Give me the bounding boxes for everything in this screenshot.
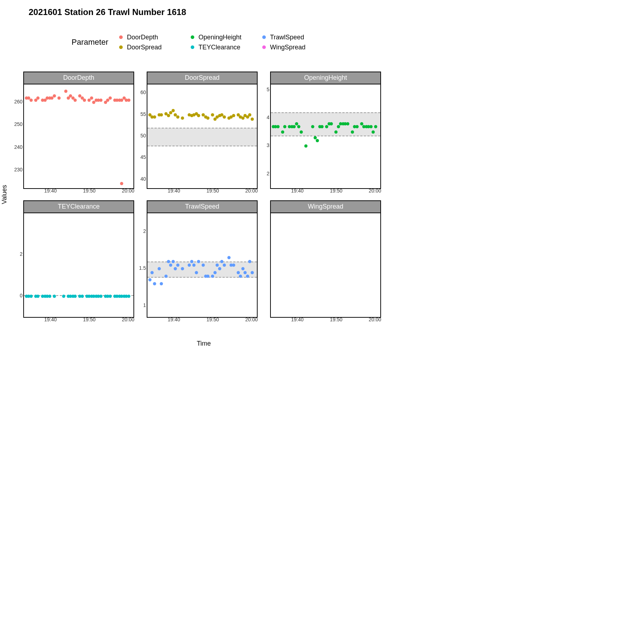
x-axis: 19:4019:5020:00 [23, 188, 134, 195]
data-point [188, 264, 191, 267]
data-point [190, 260, 193, 263]
data-point [276, 125, 279, 128]
legend-dot-icon [119, 35, 123, 39]
panel-plot-area [147, 84, 258, 189]
y-tick-label: 50 [140, 133, 146, 138]
y-tick-label: 240 [14, 144, 23, 150]
data-point [127, 295, 130, 298]
data-point [250, 271, 254, 274]
y-tick-label: 40 [140, 176, 146, 182]
data-point [176, 264, 179, 267]
x-tick-label: 19:50 [330, 317, 342, 322]
data-point [181, 267, 184, 270]
data-point [151, 271, 154, 274]
legend-dot-icon [191, 35, 194, 39]
panel-plot-area [23, 84, 134, 189]
data-point [192, 264, 196, 267]
data-point [36, 96, 40, 99]
facet-strip-label: OpeningHeight [270, 72, 381, 84]
data-point [202, 264, 205, 267]
data-point [355, 125, 358, 128]
facet-strip-label: TrawlSpeed [147, 200, 258, 213]
y-tick-label: 2 [267, 171, 269, 176]
data-point [250, 117, 254, 121]
x-tick-label: 19:40 [167, 317, 180, 322]
y-tick-label: 2 [20, 251, 23, 257]
y-tick-label: 55 [140, 111, 146, 117]
data-point [36, 295, 40, 298]
x-tick-label: 19:50 [83, 188, 96, 194]
legend-item: TrawlSpeed [262, 32, 327, 42]
data-point [206, 275, 210, 278]
legend-dot-icon [262, 35, 266, 39]
data-point [167, 114, 170, 117]
panel-plot-area [270, 84, 381, 189]
data-point [223, 264, 226, 267]
y-tick-label: 260 [14, 99, 23, 104]
y-tick-label: 45 [140, 154, 146, 160]
legend-item-label: OpeningHeight [199, 34, 241, 41]
data-point [206, 117, 210, 120]
data-point [48, 295, 51, 298]
y-tick-label: 230 [14, 167, 23, 172]
data-point [337, 125, 340, 128]
data-point [157, 267, 161, 270]
data-point [108, 96, 112, 99]
data-point [351, 131, 354, 134]
data-point [232, 114, 235, 117]
data-point [108, 295, 112, 298]
data-point [90, 96, 93, 99]
reference-band [271, 112, 380, 136]
data-point [369, 125, 372, 128]
data-point [197, 260, 200, 263]
x-tick-label: 20:00 [369, 317, 381, 322]
legend-dot-icon [262, 45, 266, 49]
data-point [283, 125, 287, 128]
data-point [239, 275, 242, 278]
facet-panel: TrawlSpeed11.5219:4019:5020:00 [147, 200, 258, 322]
data-point [53, 94, 56, 97]
x-axis: 19:4019:5020:00 [147, 317, 258, 324]
data-point [169, 264, 172, 267]
data-point [218, 267, 221, 270]
y-tick-label: 1 [143, 302, 146, 308]
legend-item-label: TEYClearance [199, 44, 240, 51]
legend-dot-icon [191, 45, 194, 49]
figure-container: 2021601 Station 26 Trawl Number 1618 Par… [0, 0, 358, 358]
x-tick-label: 20:00 [122, 317, 134, 322]
x-axis: 19:4019:5020:00 [147, 188, 258, 195]
legend-item-label: WingSpread [270, 44, 306, 51]
data-point [227, 256, 230, 259]
data-point [248, 260, 252, 263]
data-point [62, 295, 65, 298]
data-point [297, 125, 301, 128]
data-point [232, 264, 235, 267]
legend-items: DoorDepthOpeningHeightTrawlSpeedDoorSpre… [119, 32, 327, 52]
y-tick-label: 0 [20, 293, 23, 298]
y-tick-label: 3 [267, 142, 269, 148]
panel-plot-area [147, 213, 258, 318]
y-axis-label: Values [1, 185, 8, 204]
facet-panel: TEYClearance0219:4019:5020:00 [23, 200, 134, 322]
panel-plot-area [270, 213, 381, 318]
data-point [120, 182, 123, 185]
data-point [171, 109, 175, 112]
facet-strip-label: DoorSpread [147, 72, 258, 84]
x-tick-label: 19:40 [291, 188, 303, 194]
panel-plot-area [23, 213, 134, 318]
data-point [372, 131, 375, 134]
x-tick-label: 20:00 [122, 188, 134, 194]
data-point [127, 99, 130, 102]
data-point [220, 260, 224, 263]
data-point [165, 275, 168, 278]
legend-item: TEYClearance [191, 42, 255, 52]
data-point [316, 139, 319, 142]
data-point [99, 99, 102, 102]
data-point [64, 89, 68, 93]
legend-title: Parameter [72, 38, 108, 47]
x-tick-label: 19:40 [44, 317, 57, 322]
y-axis [257, 213, 269, 316]
data-point [171, 260, 175, 263]
y-axis: 11.52 [133, 213, 146, 316]
panel-grid: DoorDepth23024025026019:4019:5020:00Door… [23, 72, 381, 322]
